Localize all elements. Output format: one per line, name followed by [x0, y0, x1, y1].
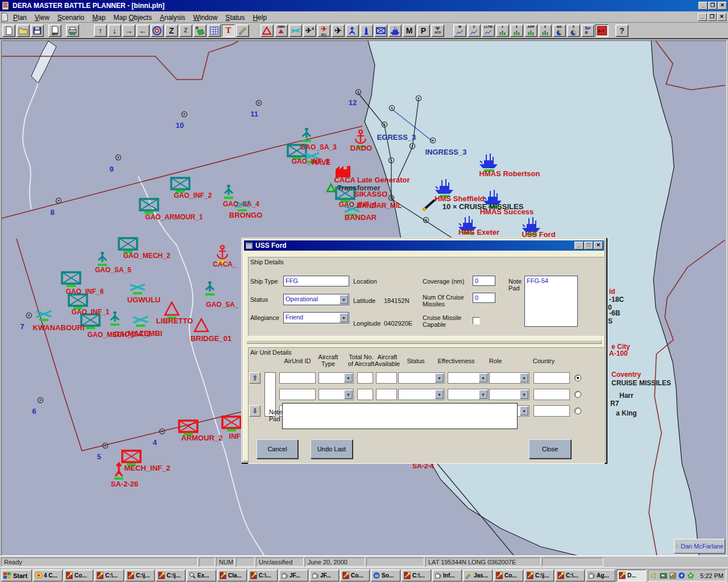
air-notepad-field[interactable] [282, 403, 518, 429]
status-combo[interactable]: ▼ [398, 372, 445, 384]
messenger-icon[interactable] [678, 572, 685, 579]
wp-map-icon[interactable] [380, 120, 388, 131]
minimize-button[interactable]: _ [698, 2, 708, 10]
row-select-radio[interactable] [574, 375, 581, 381]
coverage-field[interactable]: 0 [473, 276, 495, 286]
total-aircraft-field[interactable] [357, 372, 373, 384]
country-field[interactable] [533, 389, 570, 400]
chevron-down-icon[interactable]: ▼ [435, 373, 444, 383]
center-view-button[interactable]: Oc [151, 24, 164, 37]
wp-map-icon[interactable] [55, 197, 63, 207]
taskbar-task-3[interactable]: C:\j... [125, 569, 155, 581]
stat-bars-button[interactable]: ± [496, 24, 509, 37]
country-field[interactable] [533, 405, 570, 417]
taskbar-task-15[interactable]: Co... [494, 569, 523, 581]
role-combo[interactable]: ▼ [489, 389, 530, 400]
menu-item-scenario[interactable]: Scenario [53, 13, 88, 23]
airunit-id-field[interactable] [279, 372, 316, 384]
sum-bars-button[interactable]: Σ [510, 24, 523, 37]
aircraft-4-button[interactable]: ✈4 [303, 24, 316, 37]
runway-tool-button[interactable] [289, 24, 302, 37]
pan-left-button[interactable]: ← [136, 24, 150, 37]
dt-tool-button[interactable]: 0-T [595, 24, 609, 37]
taskbar-task-1[interactable]: Co... [64, 569, 93, 581]
m-graph-button[interactable]: M [453, 24, 466, 37]
cruise-capable-checkbox[interactable] [473, 317, 480, 325]
child-minimize-button[interactable]: _ [698, 13, 707, 21]
aircraft-available-field[interactable] [376, 372, 397, 384]
m-tool-button[interactable]: M [403, 24, 416, 37]
new-file-button[interactable] [2, 24, 15, 37]
wp-map-icon[interactable] [387, 156, 395, 167]
sum-bars-2-button[interactable]: Σ [539, 24, 552, 37]
row-down-button[interactable]: ⬇ [249, 405, 260, 417]
dialog-maximize-button[interactable]: □ [584, 242, 593, 250]
display-icon[interactable] [660, 572, 668, 579]
aircraft-button[interactable]: ✈ [332, 24, 345, 37]
wp-map-icon[interactable] [415, 94, 423, 105]
taskbar-task-12[interactable]: C:\... [402, 569, 431, 581]
sum-graph-button[interactable]: Σ [468, 24, 481, 37]
menu-item-view[interactable]: View [31, 13, 53, 23]
document-icon[interactable] [0, 13, 9, 22]
row-up-button[interactable]: ⬆ [249, 372, 260, 384]
grid-view-button[interactable] [208, 24, 221, 37]
status-combo[interactable]: Operational ▼ [283, 294, 349, 305]
wp-map-icon[interactable] [36, 396, 44, 406]
menu-item-analysis[interactable]: Analysis [156, 13, 189, 23]
row-select-radio[interactable] [574, 408, 581, 414]
menu-item-plan[interactable]: Plan [9, 13, 31, 23]
menu-item-help[interactable]: Help [249, 13, 271, 23]
wp-map-icon[interactable] [25, 311, 33, 322]
taskbar-task-18[interactable]: Ag... [586, 569, 615, 581]
uss-ford-dialog[interactable]: USS Ford _ □ ✕ Ship Details Ship Type FF… [241, 238, 607, 463]
mail-tool-button[interactable] [374, 24, 387, 37]
taskbar-task-6[interactable]: Cla... [217, 569, 247, 581]
menu-item-status[interactable]: Status [221, 13, 249, 23]
taskbar-task-2[interactable]: C:\... [94, 569, 124, 581]
chevron-down-icon[interactable]: ▼ [479, 373, 487, 383]
wp-map-icon[interactable] [101, 442, 109, 452]
dmpi-button[interactable]: DMPI [275, 24, 288, 37]
sum-pie-button[interactable]: Σ [567, 24, 580, 37]
mbp-document-button[interactable]: MBP [48, 24, 61, 37]
chevron-down-icon[interactable]: ▼ [340, 313, 348, 322]
airunit-id-field[interactable] [279, 389, 316, 400]
dialog-minimize-button[interactable]: _ [574, 242, 584, 250]
role-combo[interactable]: ▼ [489, 372, 530, 384]
taskbar-task-8[interactable]: JF... [279, 569, 308, 581]
taskbar-task-13[interactable]: Inf... [432, 569, 462, 581]
user-badge[interactable]: Dan McFarlane [674, 539, 725, 554]
lltr-graph-button[interactable]: LLTR [482, 24, 495, 37]
close-button[interactable]: ✕ [718, 2, 727, 10]
allegiance-combo[interactable]: Friend ▼ [283, 312, 349, 323]
pan-up-button[interactable]: ↑ [94, 24, 107, 37]
chevron-down-icon[interactable]: ▼ [344, 373, 353, 383]
ship-type-field[interactable]: FFG [283, 276, 349, 286]
chevron-down-icon[interactable]: ▼ [520, 406, 528, 415]
aircraft-type-combo[interactable]: ▼ [318, 389, 354, 400]
speaker-icon[interactable] [651, 572, 658, 579]
chevron-down-icon[interactable]: ▼ [340, 295, 348, 304]
start-button[interactable]: Start [1, 569, 32, 581]
taskbar-task-9[interactable]: JF... [309, 569, 339, 581]
total-aircraft-field[interactable] [357, 389, 373, 400]
menu-item-window[interactable]: Window [189, 13, 222, 23]
chevron-down-icon[interactable]: ▼ [344, 390, 353, 399]
taskbar-task-5[interactable]: Ex... [187, 569, 216, 581]
taskbar-task-11[interactable]: 32So... [371, 569, 400, 581]
child-restore-button[interactable]: ❐ [708, 13, 717, 21]
meter-icon[interactable] [669, 572, 676, 579]
effectiveness-combo[interactable]: ▼ [448, 389, 489, 400]
wp-map-icon[interactable] [388, 104, 396, 114]
save-file-button[interactable] [31, 24, 44, 37]
taskbar-task-17[interactable]: C:\... [555, 569, 585, 581]
pan-down-button[interactable]: ↓ [108, 24, 121, 37]
missile-tool-button[interactable] [360, 24, 373, 37]
five-r-button[interactable]: 5⇄R [581, 24, 594, 37]
chevron-down-icon[interactable]: ▼ [520, 390, 528, 399]
taskbar-task-4[interactable]: C:\j... [156, 569, 185, 581]
menu-item-map-objects[interactable]: Map Objects [110, 13, 156, 23]
undo-last-button[interactable]: Undo Last [311, 439, 353, 459]
wp-map-icon[interactable] [354, 88, 362, 98]
